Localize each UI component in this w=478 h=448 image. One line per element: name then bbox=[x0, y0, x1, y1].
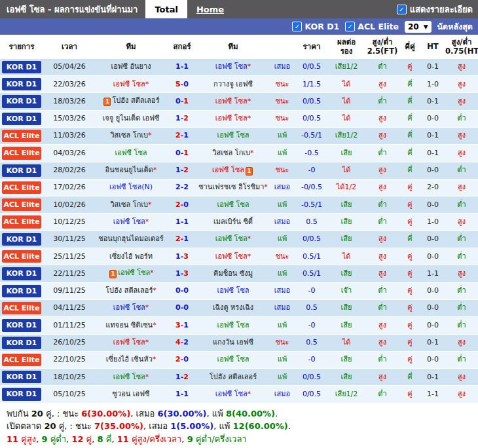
ht-score: 1-1 bbox=[420, 265, 445, 282]
odd-even-result: คี่ bbox=[399, 76, 420, 93]
handicap-result: เสีย bbox=[327, 265, 365, 282]
team-name[interactable]: เอฟซี โซล bbox=[217, 131, 249, 140]
ht-score: 0-0 bbox=[420, 317, 445, 334]
favorite-star: * bbox=[153, 321, 156, 329]
match-count-select[interactable]: 20 ▼ bbox=[405, 21, 432, 33]
over-under-ft: ต่ำ bbox=[365, 282, 399, 299]
team-name[interactable]: เอฟซี โซล bbox=[215, 62, 248, 71]
team-name[interactable]: วิสเซล โกเบ bbox=[212, 149, 250, 157]
summary-segment: 9 bbox=[187, 434, 193, 444]
summary-segment: 11 bbox=[117, 434, 129, 444]
team-name[interactable]: โปฮัง สตีลเลอร์ bbox=[105, 286, 153, 295]
odds-value: 0/0.5 bbox=[296, 231, 327, 248]
team-name[interactable]: เอฟซี โซล bbox=[215, 390, 248, 398]
match-date: 22/03/26 bbox=[43, 76, 96, 93]
team-name[interactable]: เอฟซี โซล bbox=[215, 114, 248, 122]
team-name[interactable]: เมลเบิร์น ซิตี้ bbox=[213, 217, 253, 226]
ht-score: 1-0 bbox=[420, 214, 445, 231]
show-details-checkbox[interactable]: ✓ bbox=[397, 5, 407, 14]
kor-d1-label: KOR D1 bbox=[304, 22, 339, 31]
home-goals: 2- bbox=[175, 183, 183, 191]
team-name[interactable]: แกงวัน เอฟซี bbox=[213, 338, 253, 346]
home-goals: 1- bbox=[175, 373, 183, 381]
match-row: KOR D105/10/25ซูวอน เอฟซี1-1เอฟซี โซล*เส… bbox=[0, 386, 478, 403]
home-goals: 1- bbox=[175, 252, 183, 261]
team-name[interactable]: ซานเฟรชเซ ฮิโรชิมา bbox=[198, 183, 264, 191]
team-name[interactable]: วิสเซล โกเบ bbox=[110, 131, 148, 140]
team-name[interactable]: เอฟซี โซล bbox=[118, 269, 150, 277]
team-name[interactable]: เอฟซี โซล bbox=[113, 217, 145, 226]
team-name[interactable]: กวางจู เอฟซี bbox=[213, 80, 253, 88]
acl-elite-checkbox[interactable]: ✓ bbox=[345, 22, 355, 31]
over-under-ft: ต่ำ bbox=[365, 214, 399, 231]
team-name[interactable]: อินชอนยูไนเต็ด bbox=[105, 166, 153, 174]
odd-even-result: คู่ bbox=[399, 58, 420, 75]
team-name[interactable]: เอฟซี โซล bbox=[217, 200, 249, 209]
odds-value: 0.5 bbox=[296, 334, 327, 351]
favorite-star: * bbox=[148, 131, 152, 140]
team-name[interactable]: เอฟซี โซล bbox=[215, 252, 248, 261]
team-name[interactable]: เอฟซี โซล bbox=[217, 286, 249, 295]
team-name[interactable]: เอฟซี โซล bbox=[217, 321, 249, 329]
league-badge: ACL Elite bbox=[2, 302, 41, 314]
team-name[interactable]: เอฟซี อันยาง bbox=[111, 62, 151, 71]
match-row: ACL Elite04/03/26เอฟซี โซล0-1วิสเซล โกเบ… bbox=[0, 145, 478, 162]
over-under-ft: สูง bbox=[365, 179, 399, 196]
team-name[interactable]: เอฟซี โซล bbox=[113, 338, 145, 346]
team-name[interactable]: เอฟซี โซล bbox=[113, 80, 145, 88]
match-date: 26/10/25 bbox=[43, 334, 96, 351]
odds-value: 0/0.5 bbox=[296, 93, 327, 110]
summary-segment: 1(5.00%) bbox=[170, 421, 213, 431]
over-under-ht: ต่ำ bbox=[445, 248, 478, 265]
match-date: 04/03/26 bbox=[43, 145, 96, 162]
summary-block: พบกัน 20 คู่, : ชนะ 6(30.00%), เสมอ 6(30… bbox=[0, 403, 478, 448]
kor-d1-checkbox[interactable]: ✓ bbox=[292, 22, 302, 31]
match-row: KOR D122/03/26เอฟซี โซล*5-0กวางจู เอฟซีช… bbox=[0, 76, 478, 93]
team-name[interactable]: เอฟซี โซล bbox=[113, 373, 145, 381]
away-goals: 1 bbox=[183, 62, 189, 71]
team-cell: เฉิงตู หรงเฉิง bbox=[198, 299, 268, 316]
team-name[interactable]: แทจอน ซิติเซน bbox=[105, 321, 153, 329]
team-name[interactable]: เอฟซี โซล bbox=[215, 234, 248, 243]
score-cell: 4-2 bbox=[166, 334, 198, 351]
favorite-star: * bbox=[248, 390, 251, 398]
match-date: 18/03/26 bbox=[43, 93, 96, 110]
filter-bar: ✓ KOR D1 ✓ ACL Elite 20 ▼ นัดหลังสุด bbox=[0, 18, 478, 35]
result-label: ชนะ bbox=[268, 76, 296, 93]
team-name[interactable]: โปฮัง สตีลเลอร์ bbox=[210, 373, 257, 381]
league-badge: ACL Elite bbox=[2, 147, 41, 159]
team-name[interactable]: วิสเซล โกเบ bbox=[110, 200, 148, 209]
team-cell: เอฟซี โซล bbox=[198, 351, 268, 368]
handicap-result: เสีย bbox=[327, 369, 365, 386]
team-name[interactable]: ซูวอน เอฟซี bbox=[113, 390, 150, 398]
team-name[interactable]: เซี่ยงไฮ้ พอร์ท bbox=[109, 252, 153, 261]
handicap-result: เสีย bbox=[327, 351, 365, 368]
summary-segment: 11 bbox=[7, 434, 18, 444]
score-cell: 2-0 bbox=[166, 351, 198, 368]
team-name[interactable]: เอฟซี โซล bbox=[212, 166, 244, 174]
match-row: KOR D122/11/251เอฟซี โซล*1-3คิมช็อน ซังม… bbox=[0, 265, 478, 282]
team-name[interactable]: เอฟซี โซล bbox=[115, 149, 147, 157]
team-name[interactable]: เจจู ยูไนเต็ด เอฟซี bbox=[103, 114, 160, 122]
handicap-result: เสีย bbox=[327, 214, 365, 231]
team-name[interactable]: เอฟซี โซล bbox=[217, 355, 249, 364]
team-name[interactable]: ชอนบุกฮุนไดมอเตอร์ bbox=[98, 234, 163, 243]
team-name[interactable]: เอฟซี โซล bbox=[215, 97, 248, 105]
over-under-ft: สูง bbox=[365, 76, 399, 93]
match-row: ACL Elite10/12/25เอฟซี โซล*1-1เมลเบิร์น … bbox=[0, 214, 478, 231]
summary-segment: , bbox=[111, 434, 117, 444]
team-name[interactable]: เอฟซี โซล bbox=[113, 303, 145, 312]
team-cell: เมลเบิร์น ซิตี้ bbox=[198, 214, 268, 231]
score-cell: 1-2 bbox=[166, 162, 198, 179]
tab-home[interactable]: Home bbox=[187, 0, 233, 18]
team-name[interactable]: เซี่ยงไฮ้ เซินหัว bbox=[106, 355, 153, 364]
tab-total[interactable]: Total bbox=[145, 0, 187, 18]
result-label: แพ้ bbox=[268, 317, 296, 334]
team-name[interactable]: คิมช็อน ซังมู bbox=[213, 269, 253, 278]
team-name[interactable]: เอฟซี โซล(N) bbox=[109, 183, 153, 191]
team-name[interactable]: โปฮัง สตีลเลอร์ bbox=[112, 96, 159, 105]
team-cell: เอฟซี โซล* bbox=[96, 214, 166, 231]
team-name[interactable]: เฉิงตู หรงเฉิง bbox=[213, 303, 253, 312]
favorite-star: * bbox=[248, 252, 251, 261]
odd-even-result: คี่ bbox=[399, 231, 420, 248]
